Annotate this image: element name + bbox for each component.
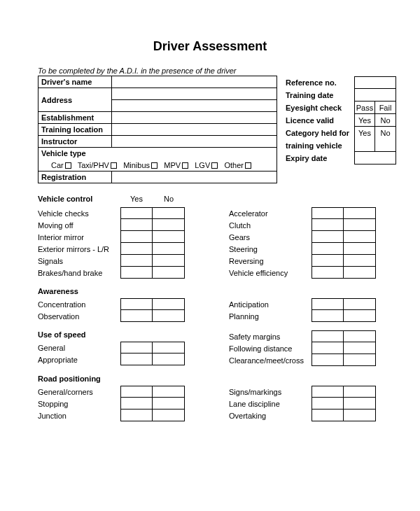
cell-category-yes-2[interactable] — [354, 139, 375, 152]
cell-eyesight-pass[interactable]: Pass — [354, 102, 375, 114]
sp-right-col: Following distanceClearance/meet/cross — [229, 342, 403, 366]
vc-l-label-1: Moving off — [38, 221, 120, 230]
vc-l-cell-0-1[interactable] — [153, 207, 185, 219]
vc-l-cell-5-0[interactable] — [120, 267, 153, 279]
opt-taxi: Taxi/PHV — [78, 161, 109, 169]
sp-r-cell-0-1[interactable] — [344, 342, 376, 354]
input-establishment[interactable] — [112, 112, 277, 124]
checkbox-taxi[interactable] — [111, 162, 117, 169]
vc-l-cell-1-0[interactable] — [120, 219, 153, 231]
rp-r-cell-2-1[interactable] — [344, 410, 376, 421]
vc-r-cell-4-1[interactable] — [344, 255, 376, 267]
aw-r-cell-1-0[interactable] — [312, 310, 344, 322]
vc-r-cell-5-0[interactable] — [312, 267, 344, 279]
input-reference-no[interactable] — [354, 76, 396, 89]
input-address-2[interactable] — [112, 100, 277, 112]
opt-car: Car — [51, 161, 64, 169]
vc-l-label-5: Brakes/hand brake — [38, 269, 120, 277]
checkbox-other[interactable] — [245, 162, 251, 169]
cell-eyesight-fail[interactable]: Fail — [375, 102, 396, 114]
vc-r-cell-3-0[interactable] — [312, 243, 344, 255]
section-awareness: Awareness ConcentrationObservation Antic… — [38, 287, 403, 322]
rp-l-cell-0-0[interactable] — [120, 386, 153, 398]
cell-licence-no[interactable]: No — [375, 114, 396, 127]
sp-l-cell-0-1[interactable] — [153, 342, 185, 354]
vc-l-cell-1-1[interactable] — [153, 219, 185, 231]
cell-category-yes[interactable]: Yes — [354, 127, 375, 139]
checkbox-car[interactable] — [65, 162, 71, 169]
vc-l-cell-4-1[interactable] — [153, 255, 185, 267]
vc-r-cell-4-0[interactable] — [312, 255, 344, 267]
aw-left-col: ConcentrationObservation — [38, 298, 212, 322]
rp-left-col: General/cornersStoppingJunction — [38, 386, 212, 421]
vc-r-cell-0-0[interactable] — [312, 207, 344, 219]
section-use-of-speed: Use of speed GeneralAppropriate Safety m… — [38, 330, 403, 366]
vc-l-cell-3-1[interactable] — [153, 243, 185, 255]
label-reference-no: Reference no. — [286, 76, 354, 89]
vc-r-cell-2-1[interactable] — [344, 231, 376, 243]
cell-safety-margins-b[interactable] — [344, 330, 376, 342]
rp-r-cell-2-0[interactable] — [312, 410, 344, 421]
rp-l-cell-1-1[interactable] — [153, 398, 185, 410]
aw-l-cell-1-0[interactable] — [120, 310, 153, 322]
vc-l-cell-0-0[interactable] — [120, 207, 153, 219]
sp-r-cell-1-0[interactable] — [312, 354, 344, 366]
rp-r-cell-1-0[interactable] — [312, 398, 344, 410]
label-address: Address — [38, 88, 112, 112]
vc-r-cell-1-1[interactable] — [344, 219, 376, 231]
aw-r-label-1: Planning — [229, 312, 312, 321]
cell-licence-yes[interactable]: Yes — [354, 114, 375, 127]
sp-r-cell-1-1[interactable] — [344, 354, 376, 366]
cell-safety-margins-a[interactable] — [312, 330, 344, 342]
rp-r-cell-0-0[interactable] — [312, 386, 344, 398]
aw-r-cell-0-1[interactable] — [344, 298, 376, 310]
aw-r-cell-1-1[interactable] — [344, 310, 376, 322]
sp-r-label-0: Following distance — [229, 344, 312, 353]
rp-l-cell-1-0[interactable] — [120, 398, 153, 410]
cell-category-no[interactable]: No — [375, 127, 396, 139]
sp-l-label-0: General — [38, 344, 120, 352]
aw-r-cell-0-0[interactable] — [312, 298, 344, 310]
vc-r-cell-1-0[interactable] — [312, 219, 344, 231]
input-address-1[interactable] — [112, 88, 277, 100]
input-drivers-name[interactable] — [112, 76, 277, 88]
rp-l-cell-2-0[interactable] — [120, 410, 153, 421]
label-training-date: Training date — [286, 89, 354, 102]
cell-category-no-2[interactable] — [375, 139, 396, 152]
sp-l-cell-0-0[interactable] — [120, 342, 153, 354]
rp-r-cell-0-1[interactable] — [344, 386, 376, 398]
label-training-vehicle: training vehicle — [286, 139, 354, 152]
rp-l-cell-2-1[interactable] — [153, 410, 185, 421]
input-instructor[interactable] — [112, 136, 277, 148]
vc-l-cell-4-0[interactable] — [120, 255, 153, 267]
vc-l-label-2: Interior mirror — [38, 233, 120, 241]
input-expiry-date[interactable] — [354, 152, 396, 164]
vc-r-cell-5-1[interactable] — [344, 267, 376, 279]
label-registration: Registration — [38, 172, 112, 183]
vc-l-cell-5-1[interactable] — [153, 267, 185, 279]
vc-l-cell-2-1[interactable] — [153, 231, 185, 243]
input-registration[interactable] — [112, 172, 277, 183]
aw-r-label-0: Anticipation — [229, 300, 312, 309]
sp-l-cell-1-0[interactable] — [120, 354, 153, 365]
vc-l-cell-2-0[interactable] — [120, 231, 153, 243]
aw-l-cell-0-0[interactable] — [120, 298, 153, 310]
heading-safety-margins: Safety margins — [229, 332, 312, 341]
vc-l-cell-3-0[interactable] — [120, 243, 153, 255]
vc-r-cell-0-1[interactable] — [344, 207, 376, 219]
sp-r-cell-0-0[interactable] — [312, 342, 344, 354]
vehicle-type-options: Car Taxi/PHV Minibus MPV LGV Other — [38, 160, 277, 172]
sp-l-cell-1-1[interactable] — [153, 354, 185, 365]
rp-r-cell-1-1[interactable] — [344, 398, 376, 410]
aw-l-cell-0-1[interactable] — [153, 298, 185, 310]
sp-r-label-1: Clearance/meet/cross — [229, 356, 312, 365]
checkbox-mpv[interactable] — [182, 162, 188, 169]
vc-r-cell-2-0[interactable] — [312, 231, 344, 243]
input-training-date[interactable] — [354, 89, 396, 102]
checkbox-lgv[interactable] — [211, 162, 218, 169]
input-training-location[interactable] — [112, 124, 277, 136]
aw-l-cell-1-1[interactable] — [153, 310, 185, 322]
rp-l-cell-0-1[interactable] — [153, 386, 185, 398]
checkbox-minibus[interactable] — [151, 162, 158, 169]
vc-r-cell-3-1[interactable] — [344, 243, 376, 255]
